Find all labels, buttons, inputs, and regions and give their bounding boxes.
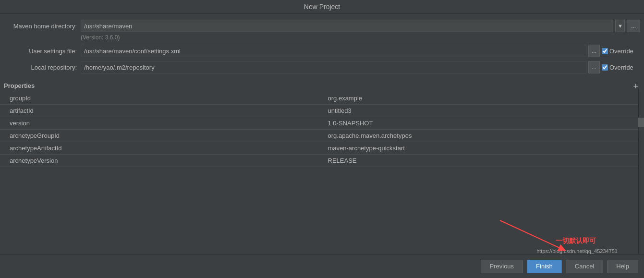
table-row: artifactId untitled3	[0, 105, 644, 117]
svg-line-0	[500, 220, 562, 249]
user-settings-override-wrap: Override	[602, 48, 640, 55]
table-row: archetypeArtifactId maven-archetype-quic…	[0, 142, 644, 155]
property-value: maven-archetype-quickstart	[322, 142, 644, 155]
properties-table: groupId org.example artifactId untitled3…	[0, 92, 644, 167]
property-value: untitled3	[322, 105, 644, 117]
property-value: org.apache.maven.archetypes	[322, 130, 644, 142]
scrollbar-thumb[interactable]	[638, 118, 644, 127]
property-key: version	[0, 117, 322, 130]
local-repo-browse-btn[interactable]: ...	[588, 61, 600, 73]
user-settings-input-wrap: ... Override	[81, 45, 640, 57]
add-property-button[interactable]: +	[633, 82, 638, 91]
table-row: version 1.0-SNAPSHOT	[0, 117, 644, 130]
local-repo-override-wrap: Override	[602, 64, 640, 71]
local-repo-label: Local repository:	[4, 64, 81, 71]
local-repo-override-label: Override	[609, 64, 633, 71]
scrollbar[interactable]	[638, 89, 644, 254]
title-bar: New Project	[0, 0, 644, 14]
annotation-url: https://blog.csdn.net/qq_45234751	[536, 248, 618, 254]
maven-home-browse-btn[interactable]: ...	[627, 20, 640, 32]
cancel-button[interactable]: Cancel	[566, 260, 603, 273]
property-key: archetypeArtifactId	[0, 142, 322, 155]
dialog-title: New Project	[304, 3, 340, 11]
user-settings-override-checkbox[interactable]	[602, 48, 608, 54]
maven-version-text: (Version: 3.6.0)	[0, 34, 644, 43]
property-value: RELEASE	[322, 155, 644, 167]
user-settings-input[interactable]	[81, 45, 586, 57]
local-repo-input[interactable]	[81, 61, 586, 73]
help-button[interactable]: Help	[607, 260, 638, 273]
properties-section: Properties + groupId org.example artifac…	[0, 79, 644, 167]
table-row: archetypeGroupId org.apache.maven.archet…	[0, 130, 644, 142]
user-settings-row: User settings file: ... Override	[0, 43, 644, 59]
form-area: Maven home directory: ▼ ... (Version: 3.…	[0, 14, 644, 79]
table-row: groupId org.example	[0, 92, 644, 105]
maven-home-row: Maven home directory: ▼ ...	[0, 18, 644, 34]
maven-home-dropdown-btn[interactable]: ▼	[615, 20, 625, 32]
user-settings-browse-btn[interactable]: ...	[588, 45, 600, 57]
maven-home-input[interactable]	[81, 20, 613, 32]
previous-button[interactable]: Previous	[481, 260, 523, 273]
bottom-bar: Previous Finish Cancel Help	[0, 254, 644, 278]
finish-button[interactable]: Finish	[527, 260, 562, 273]
properties-header: Properties	[0, 79, 644, 92]
local-repo-row: Local repository: ... Override	[0, 59, 644, 75]
property-key: archetypeGroupId	[0, 130, 322, 142]
table-row: archetypeVersion RELEASE	[0, 155, 644, 167]
property-key: artifactId	[0, 105, 322, 117]
user-settings-override-label: Override	[609, 48, 633, 55]
annotation-text: 一切默认即可	[556, 237, 596, 245]
maven-home-label: Maven home directory:	[4, 23, 81, 30]
property-value: 1.0-SNAPSHOT	[322, 117, 644, 130]
property-key: groupId	[0, 92, 322, 105]
local-repo-override-checkbox[interactable]	[602, 64, 608, 71]
user-settings-label: User settings file:	[4, 48, 81, 55]
property-key: archetypeVersion	[0, 155, 322, 167]
property-value: org.example	[322, 92, 644, 105]
local-repo-input-wrap: ... Override	[81, 61, 640, 73]
maven-home-input-wrap: ▼ ...	[81, 20, 640, 32]
